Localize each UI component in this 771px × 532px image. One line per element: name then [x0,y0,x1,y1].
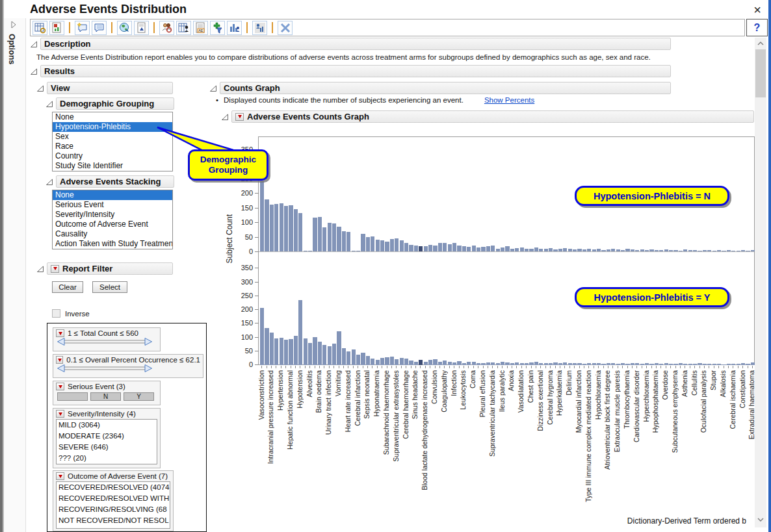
bar[interactable] [294,336,298,365]
list-item[interactable]: Serious Event [53,200,172,210]
bar[interactable] [356,251,360,251]
disclosure-icon[interactable] [36,84,44,92]
bar[interactable] [486,246,490,251]
bar[interactable] [322,227,326,251]
close-icon[interactable]: × [750,3,764,18]
bar[interactable] [655,250,659,251]
bar[interactable] [346,351,350,365]
bar[interactable] [737,251,740,251]
bar[interactable] [741,250,745,251]
bar[interactable] [563,248,567,251]
list-item[interactable]: MODERATE (2364) [57,431,157,442]
menu-triangle-icon[interactable] [56,383,64,390]
bar[interactable] [390,239,394,251]
bar[interactable] [645,250,649,251]
report-chart-icon[interactable] [49,21,64,35]
bar[interactable] [438,243,442,251]
bar[interactable] [366,356,370,365]
menu-triangle-icon[interactable] [235,113,244,121]
bar[interactable] [573,249,577,251]
scroll-down-icon[interactable] [755,514,766,525]
bar[interactable] [717,250,721,251]
ae-narrative-icon[interactable]: AE [193,21,208,35]
bar[interactable] [337,331,341,365]
bar[interactable] [304,251,307,251]
bar[interactable] [318,342,322,365]
add-filter-icon[interactable] [210,21,225,35]
show-percents-link[interactable]: Show Percents [484,96,534,104]
bar[interactable] [419,246,423,251]
bar[interactable] [693,250,697,251]
find-subjects-icon[interactable] [159,21,174,35]
bar[interactable] [649,249,653,251]
serious-event-n-button[interactable]: N [90,392,121,401]
bar[interactable] [457,246,461,251]
description-header-bar[interactable]: Description [40,38,671,50]
clear-button[interactable]: Clear [52,281,83,293]
bar[interactable] [380,358,384,365]
scroll-up-icon[interactable] [755,38,766,49]
bar[interactable] [352,251,356,251]
clear-selection-icon[interactable] [278,21,293,35]
disclosure-icon[interactable] [46,100,53,108]
subject-table-icon[interactable] [176,21,191,35]
bar[interactable] [558,249,562,251]
demographic-grouping-header-bar[interactable]: Demographic Grouping [56,97,174,110]
scrollbar-thumb[interactable] [755,49,766,97]
inverse-checkbox[interactable] [52,309,60,318]
bar[interactable] [722,251,725,251]
bar[interactable] [568,249,572,251]
bar[interactable] [280,203,283,251]
bar[interactable] [322,345,326,365]
bar[interactable] [553,249,557,251]
bar[interactable] [640,249,644,251]
bar[interactable] [472,246,476,251]
bar[interactable] [549,248,553,251]
serious-event-y-button[interactable]: Y [124,392,154,401]
bar[interactable] [342,348,346,365]
bar[interactable] [481,247,485,251]
bar[interactable] [491,246,495,251]
bar[interactable] [477,247,480,251]
bar[interactable] [433,359,437,365]
menu-triangle-icon[interactable] [56,329,64,337]
menu-triangle-icon[interactable] [56,472,64,480]
list-item[interactable]: RECOVERING/RESOLVING (68 [57,504,170,515]
bar[interactable] [467,247,471,251]
disclosure-icon[interactable] [209,84,217,92]
bar[interactable] [289,339,293,365]
bar[interactable] [313,337,317,365]
vertical-scrollbar[interactable] [755,38,766,527]
bar[interactable] [280,338,283,365]
bar[interactable] [308,251,312,251]
bar[interactable] [260,308,264,365]
bar[interactable] [611,249,615,251]
bar[interactable] [274,338,278,365]
disclosure-icon[interactable] [46,178,53,186]
bar[interactable] [260,181,264,251]
list-item-selected[interactable]: Hypotension-Phlebitis [53,122,172,132]
bar[interactable] [395,238,399,251]
bar[interactable] [443,243,447,252]
serious-event-blank-button[interactable] [57,392,88,401]
bar[interactable] [409,361,413,365]
bar[interactable] [525,249,529,252]
bar[interactable] [371,236,374,251]
list-item-selected[interactable]: None [53,190,172,200]
bar[interactable] [332,344,336,365]
bar[interactable] [404,359,408,365]
bar[interactable] [496,249,500,252]
bar[interactable] [669,250,673,251]
bar[interactable] [274,204,278,251]
bar[interactable] [404,243,408,252]
bar[interactable] [664,249,668,251]
bar[interactable] [510,249,514,251]
bar[interactable] [318,217,322,251]
bar[interactable] [361,234,365,251]
bar[interactable] [419,360,423,365]
bar[interactable] [428,245,432,251]
bar[interactable] [582,249,586,251]
bar[interactable] [452,243,456,251]
bar[interactable] [688,250,692,251]
list-item[interactable]: FATAL (785) [57,526,170,529]
